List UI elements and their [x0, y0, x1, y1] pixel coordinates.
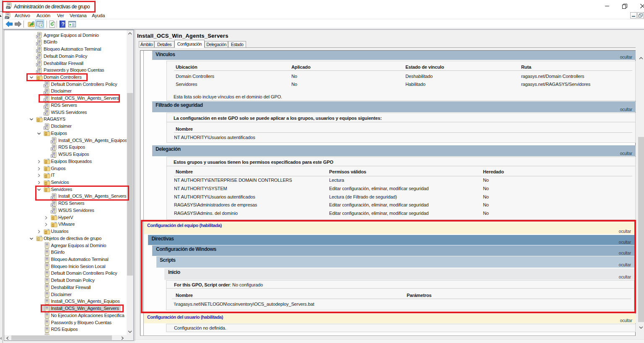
svg-text:?: ?	[62, 21, 65, 27]
